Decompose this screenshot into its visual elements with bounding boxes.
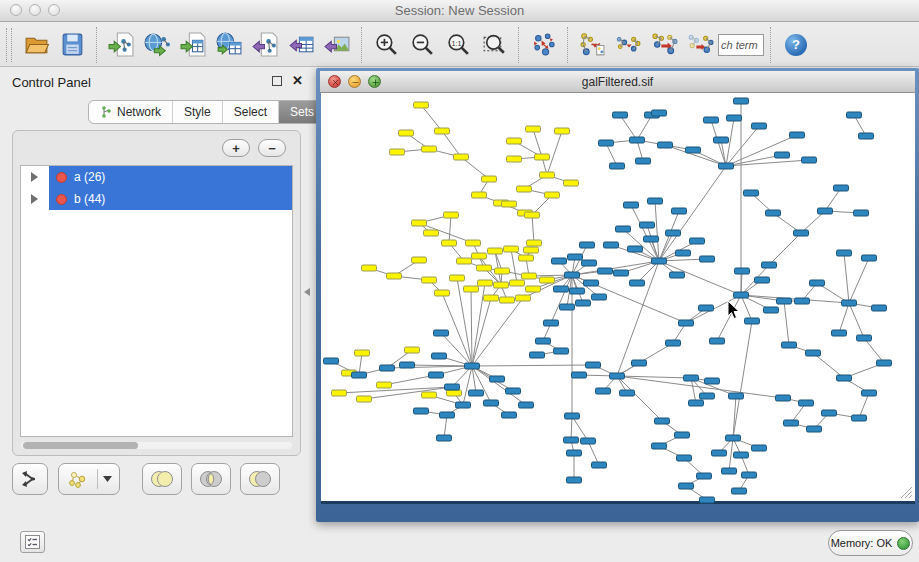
graph-node-blue[interactable] [742, 472, 757, 478]
graph-node-blue[interactable] [710, 338, 725, 344]
graph-node-yellow[interactable] [412, 220, 427, 226]
graph-node-blue[interactable] [572, 372, 587, 378]
zoom-in-button[interactable] [368, 27, 404, 63]
graph-node-yellow[interactable] [424, 230, 439, 236]
save-session-button[interactable] [54, 27, 90, 63]
graph-node-yellow[interactable] [387, 273, 402, 279]
minimize-window-icon[interactable] [29, 4, 41, 16]
graph-node-blue[interactable] [704, 117, 719, 123]
graph-node-blue[interactable] [684, 375, 699, 381]
graph-node-blue[interactable] [726, 435, 741, 441]
graph-node-blue[interactable] [568, 254, 583, 260]
graph-node-yellow[interactable] [412, 257, 427, 263]
graph-node-yellow[interactable] [519, 255, 534, 261]
graph-node-yellow[interactable] [495, 268, 510, 274]
maximize-frame-icon[interactable] [368, 75, 381, 88]
export-image-button[interactable] [319, 27, 355, 63]
graph-node-blue[interactable] [686, 147, 701, 153]
graph-node-yellow[interactable] [362, 265, 377, 271]
graph-node-blue[interactable] [506, 388, 521, 394]
graph-node-yellow[interactable] [435, 290, 450, 296]
graph-node-yellow[interactable] [510, 280, 525, 286]
graph-node-blue[interactable] [857, 335, 872, 341]
graph-node-blue[interactable] [636, 158, 651, 164]
graph-node-blue[interactable] [554, 348, 569, 354]
graph-node-blue[interactable] [862, 390, 877, 396]
graph-node-blue[interactable] [822, 410, 837, 416]
graph-node-blue[interactable] [652, 443, 667, 449]
graph-node-blue[interactable] [560, 304, 575, 310]
graph-node-blue[interactable] [630, 280, 645, 286]
graph-node-blue[interactable] [832, 330, 847, 336]
graph-node-blue[interactable] [530, 352, 545, 358]
graph-node-blue[interactable] [842, 300, 857, 306]
graph-node-blue[interactable] [807, 426, 822, 432]
graph-node-blue[interactable] [700, 256, 715, 262]
graph-node-yellow[interactable] [525, 212, 540, 218]
graph-node-yellow[interactable] [457, 258, 472, 264]
graph-node-blue[interactable] [582, 260, 597, 266]
graph-node-yellow[interactable] [414, 102, 429, 108]
graph-node-blue[interactable] [666, 230, 681, 236]
graph-node-blue[interactable] [834, 185, 849, 191]
minimize-frame-icon[interactable] [348, 75, 361, 88]
graph-node-blue[interactable] [852, 415, 867, 421]
graph-node-yellow[interactable] [540, 172, 555, 178]
splitter-collapse-icon[interactable] [304, 288, 310, 296]
graph-node-blue[interactable] [632, 360, 647, 366]
tab-network[interactable]: Network [89, 101, 172, 123]
graph-node-blue[interactable] [640, 222, 655, 228]
graph-node-blue[interactable] [576, 300, 591, 306]
scrollbar-thumb[interactable] [23, 442, 138, 449]
graph-node-blue[interactable] [581, 438, 596, 444]
difference-sets-button[interactable] [240, 463, 280, 495]
graph-node-blue[interactable] [699, 305, 714, 311]
graph-node-blue[interactable] [734, 292, 749, 298]
graph-node-blue[interactable] [490, 376, 505, 382]
graph-node-blue[interactable] [762, 262, 777, 268]
graph-node-blue[interactable] [628, 246, 643, 252]
network-window-titlebar[interactable]: galFiltered.sif [320, 71, 915, 93]
graph-node-blue[interactable] [658, 142, 673, 148]
create-set-button[interactable] [58, 463, 120, 495]
graph-node-blue[interactable] [734, 98, 749, 104]
graph-node-yellow[interactable] [377, 382, 392, 388]
graph-node-blue[interactable] [732, 488, 747, 494]
network-tool-3-button[interactable] [646, 27, 682, 63]
zoom-out-button[interactable] [404, 27, 440, 63]
graph-node-blue[interactable] [400, 362, 415, 368]
graph-node-yellow[interactable] [357, 396, 372, 402]
graph-node-yellow[interactable] [564, 180, 579, 186]
network-tool-1-button[interactable] [574, 27, 610, 63]
graph-node-blue[interactable] [598, 268, 613, 274]
graph-node-yellow[interactable] [516, 295, 531, 301]
graph-node-yellow[interactable] [444, 212, 459, 218]
graph-node-blue[interactable] [380, 365, 395, 371]
graph-node-yellow[interactable] [484, 295, 499, 301]
graph-node-yellow[interactable] [478, 280, 493, 286]
graph-node-blue[interactable] [794, 230, 809, 236]
import-network-web-button[interactable] [139, 27, 175, 63]
graph-node-blue[interactable] [666, 340, 681, 346]
export-table-button[interactable] [283, 27, 319, 63]
graph-node-blue[interactable] [799, 400, 814, 406]
graph-node-blue[interactable] [652, 258, 667, 264]
memory-status-button[interactable]: Memory: OK [828, 530, 913, 556]
graph-node-blue[interactable] [670, 272, 685, 278]
graph-node-blue[interactable] [700, 497, 715, 503]
graph-node-blue[interactable] [677, 455, 692, 461]
graph-node-yellow[interactable] [390, 149, 405, 155]
graph-node-blue[interactable] [502, 412, 517, 418]
graph-node-yellow[interactable] [507, 156, 522, 162]
graph-node-blue[interactable] [432, 353, 447, 359]
graph-node-yellow[interactable] [494, 282, 509, 288]
graph-node-blue[interactable] [672, 208, 687, 214]
graph-node-blue[interactable] [806, 350, 821, 356]
graph-node-blue[interactable] [604, 242, 619, 248]
import-table-web-button[interactable] [211, 27, 247, 63]
graph-node-blue[interactable] [586, 362, 601, 368]
graph-node-yellow[interactable] [545, 192, 560, 198]
graph-node-blue[interactable] [676, 250, 691, 256]
close-panel-icon[interactable]: ✕ [292, 73, 303, 88]
graph-node-blue[interactable] [570, 288, 585, 294]
